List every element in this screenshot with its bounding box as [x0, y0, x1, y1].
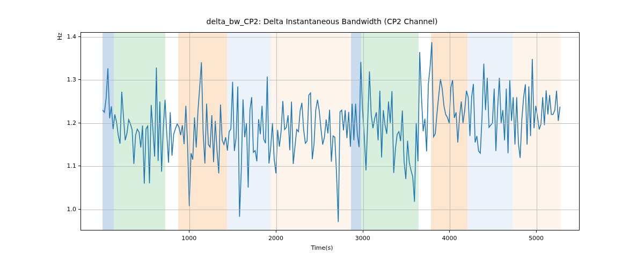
gridline-horizontal [81, 123, 579, 124]
plot-area [81, 33, 579, 230]
x-tick-label: 4000 [442, 235, 457, 242]
x-axis-label: Time(s) [0, 244, 644, 251]
gridline-horizontal [81, 210, 579, 210]
x-tick-mark [363, 230, 363, 233]
gridline-horizontal [81, 80, 579, 80]
gridline-horizontal [81, 37, 579, 38]
plot-axes [80, 32, 580, 230]
y-tick-mark [78, 123, 80, 123]
x-tick-mark [189, 230, 189, 233]
y-tick-label: 1.1 [62, 162, 76, 169]
y-tick-label: 1.3 [62, 76, 76, 83]
y-tick-mark [78, 36, 80, 37]
x-tick-label: 5000 [529, 235, 544, 242]
gridline-vertical [363, 33, 364, 230]
x-tick-label: 3000 [355, 235, 370, 242]
x-tick-mark [536, 230, 537, 233]
y-tick-mark [78, 79, 80, 80]
line-series [103, 42, 560, 222]
x-tick-mark [449, 230, 450, 233]
gridline-horizontal [81, 166, 579, 167]
chart-title: delta_bw_CP2: Delta Instantaneous Bandwi… [0, 17, 644, 26]
figure: delta_bw_CP2: Delta Instantaneous Bandwi… [0, 0, 644, 268]
y-tick-mark [78, 166, 80, 166]
gridline-vertical [189, 33, 190, 230]
y-tick-label: 1.2 [62, 119, 76, 126]
y-tick-mark [78, 209, 80, 210]
y-tick-label: 1.0 [62, 205, 76, 212]
y-axis-label: Hz [56, 0, 63, 136]
gridline-vertical [276, 33, 277, 230]
x-tick-mark [276, 230, 276, 233]
gridline-vertical [450, 33, 450, 230]
line-series-svg [81, 33, 579, 230]
y-tick-label: 1.4 [62, 33, 76, 40]
gridline-vertical [537, 33, 537, 230]
x-tick-label: 2000 [268, 235, 283, 242]
x-tick-label: 1000 [181, 235, 196, 242]
